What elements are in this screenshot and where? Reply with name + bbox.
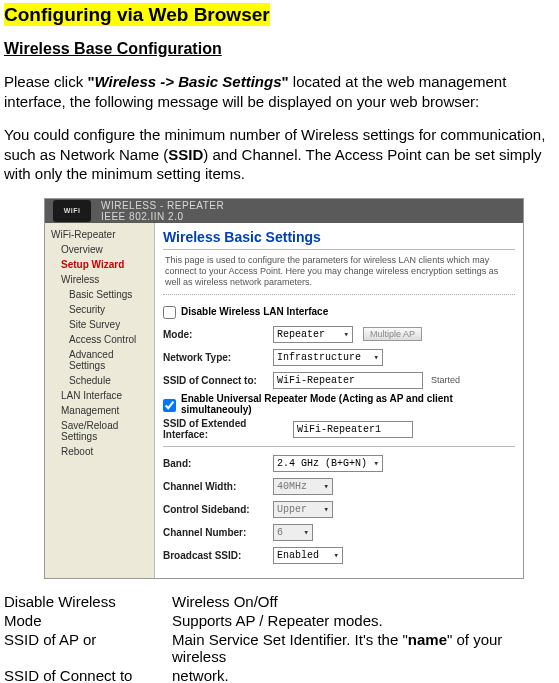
sidebar-item[interactable]: Access Control	[45, 332, 154, 347]
network-type-label: Network Type:	[163, 352, 273, 363]
sidebar-item[interactable]: LAN Interface	[45, 388, 154, 403]
topbar-line1: WIRELESS - REPEATER	[101, 200, 224, 211]
page-title: Configuring via Web Browser	[4, 3, 270, 26]
channel-number-label: Channel Number:	[163, 527, 273, 538]
section-subtitle: Wireless Base Configuration	[4, 40, 555, 58]
mode-select[interactable]: Repeater	[273, 326, 353, 343]
embedded-screenshot: WiFi WIRELESS - REPEATER IEEE 802.IIN 2.…	[44, 198, 524, 580]
sidebar-item[interactable]: Schedule	[45, 373, 154, 388]
topbar-line2: IEEE 802.IIN 2.0	[101, 211, 224, 222]
sidebar-item[interactable]: Wireless	[45, 272, 154, 287]
r3-name: name	[408, 631, 447, 648]
ssid-connect-input[interactable]	[273, 372, 423, 389]
desc-val: Main Service Set Identifier. It's the "n…	[172, 631, 555, 665]
sidebar-item[interactable]: Overview	[45, 242, 154, 257]
disable-checkbox[interactable]	[163, 306, 176, 319]
desc-val: network.	[172, 667, 555, 683]
description-table: Disable Wireless Wireless On/Off Mode Su…	[4, 593, 555, 683]
desc-key: SSID of AP or	[4, 631, 164, 665]
sidebar-item[interactable]: Reboot	[45, 444, 154, 459]
sidebar-item[interactable]: Save/Reload Settings	[45, 418, 154, 444]
desc-val: Supports AP / Repeater modes.	[172, 612, 555, 629]
quote-open: "	[87, 73, 94, 90]
enable-ur-checkbox[interactable]	[163, 399, 176, 412]
ssid-ext-label: SSID of Extended Interface:	[163, 418, 293, 440]
nav-path: Wireless -> Basic Settings	[95, 73, 282, 90]
sidebar-item[interactable]: Basic Settings	[45, 287, 154, 302]
enable-ur-label: Enable Universal Repeater Mode (Acting a…	[181, 393, 515, 415]
broadcast-ssid-label: Broadcast SSID:	[163, 550, 273, 561]
sidebar-item[interactable]: Management	[45, 403, 154, 418]
para1-prefix: Please click	[4, 73, 87, 90]
ssid-ext-input[interactable]	[293, 421, 413, 438]
desc-key: SSID of Connect to	[4, 667, 164, 683]
r3-a: Main Service Set Identifier. It's the "	[172, 631, 408, 648]
channel-width-select[interactable]: 40MHz	[273, 478, 333, 495]
mode-label: Mode:	[163, 329, 273, 340]
sidebar-item[interactable]: Security	[45, 302, 154, 317]
ssid-connect-label: SSID of Connect to:	[163, 375, 273, 386]
network-type-select[interactable]: Infrastructure	[273, 349, 383, 366]
sidebar-item[interactable]: Setup Wizard	[45, 257, 154, 272]
paragraph-1: Please click "Wireless -> Basic Settings…	[4, 72, 555, 111]
panel-description: This page is used to configure the param…	[163, 250, 515, 296]
started-text: Started	[431, 375, 460, 385]
disable-row: Disable Wireless LAN Interface	[163, 301, 515, 321]
disable-label: Disable Wireless LAN Interface	[181, 306, 328, 317]
wifi-repeater-logo: WiFi	[53, 200, 91, 222]
band-select[interactable]: 2.4 GHz (B+G+N)	[273, 455, 383, 472]
broadcast-ssid-select[interactable]: Enabled	[273, 547, 343, 564]
sidebar-item[interactable]: Advanced Settings	[45, 347, 154, 373]
channel-width-label: Channel Width:	[163, 481, 273, 492]
desc-key: Disable Wireless	[4, 593, 164, 610]
control-sideband-label: Control Sideband:	[163, 504, 273, 515]
channel-number-select[interactable]: 6	[273, 524, 313, 541]
band-label: Band:	[163, 458, 273, 469]
panel-title: Wireless Basic Settings	[163, 229, 515, 250]
sidebar-item[interactable]: WiFi-Repeater	[45, 227, 154, 242]
paragraph-2: You could configure the minimum number o…	[4, 125, 555, 184]
multiple-ap-button[interactable]: Multiple AP	[363, 327, 422, 341]
topbar: WiFi WIRELESS - REPEATER IEEE 802.IIN 2.…	[45, 199, 523, 223]
sidebar: WiFi-RepeaterOverviewSetup WizardWireles…	[45, 223, 155, 579]
desc-key: Mode	[4, 612, 164, 629]
ssid-bold: SSID	[168, 146, 203, 163]
desc-val: Wireless On/Off	[172, 593, 555, 610]
quote-close: "	[282, 73, 289, 90]
content-panel: Wireless Basic Settings This page is use…	[155, 223, 523, 579]
control-sideband-select[interactable]: Upper	[273, 501, 333, 518]
separator	[163, 446, 515, 447]
sidebar-item[interactable]: Site Survey	[45, 317, 154, 332]
